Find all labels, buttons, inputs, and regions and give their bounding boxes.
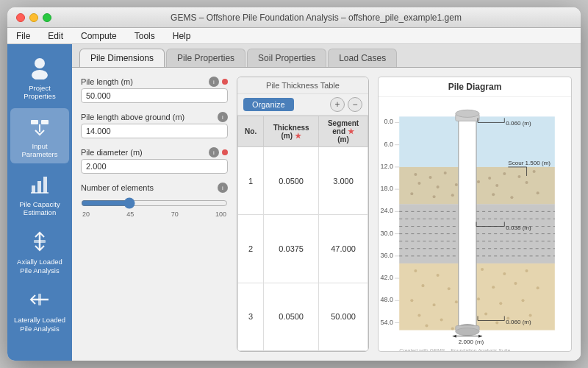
svg-rect-9 bbox=[38, 294, 41, 305]
svg-point-86 bbox=[529, 314, 532, 316]
diagram-title: Pile Diagram bbox=[379, 77, 571, 97]
pile-diameter-row: Pile diameter (m) i bbox=[81, 147, 228, 174]
svg-rect-5 bbox=[37, 181, 41, 193]
svg-point-43 bbox=[455, 183, 458, 186]
svg-text:0.0: 0.0 bbox=[384, 118, 394, 125]
table-row[interactable]: 3 0.0500 50.000 bbox=[238, 283, 368, 350]
pile-diameter-info[interactable]: i bbox=[209, 147, 219, 158]
sidebar-label-laterally-loaded: Laterally Loaded Pile Analysis bbox=[13, 316, 66, 333]
person-icon bbox=[26, 54, 53, 81]
cell-no-2: 2 bbox=[238, 215, 264, 283]
tab-bar: Pile Dimensions Pile Properties Soil Pro… bbox=[72, 44, 581, 67]
menu-file[interactable]: File bbox=[13, 29, 33, 43]
cell-thickness-1: 0.0500 bbox=[264, 147, 319, 215]
col-no: No. bbox=[238, 116, 264, 147]
close-button[interactable] bbox=[16, 13, 25, 22]
tick-20: 20 bbox=[82, 210, 90, 218]
chart-icon bbox=[26, 171, 53, 197]
menu-edit[interactable]: Edit bbox=[45, 29, 66, 43]
tab-pile-properties[interactable]: Pile Properties bbox=[166, 49, 245, 67]
cell-thickness-3: 0.0500 bbox=[264, 283, 319, 350]
sidebar-item-pile-capacity[interactable]: Pile Capacity Estimation bbox=[10, 166, 69, 222]
pile-length-above-info[interactable]: i bbox=[218, 112, 228, 122]
table-row[interactable]: 1 0.0500 3.000 bbox=[238, 147, 368, 215]
svg-point-72 bbox=[492, 286, 495, 289]
pile-diagram-svg: 0.0 6.0 12.0 18.0 24.0 30.0 36.0 42.0 48… bbox=[379, 97, 571, 351]
traffic-lights bbox=[16, 13, 51, 22]
svg-point-44 bbox=[477, 180, 480, 183]
pile-length-above-row: Pile length above ground (m) i bbox=[81, 112, 228, 138]
svg-point-46 bbox=[526, 181, 528, 184]
num-elements-label: Number of elements bbox=[81, 183, 215, 192]
svg-point-76 bbox=[433, 303, 436, 306]
svg-point-70 bbox=[448, 287, 451, 290]
pile-length-label-row: Pile length (m) i bbox=[81, 77, 228, 87]
sidebar-item-project-properties[interactable]: Project Properties bbox=[10, 50, 69, 105]
svg-text:0.038 (m): 0.038 (m) bbox=[506, 224, 531, 231]
svg-rect-31 bbox=[399, 167, 555, 204]
cell-no-3: 3 bbox=[238, 283, 264, 350]
num-elements-info[interactable]: i bbox=[218, 183, 228, 193]
tab-load-cases[interactable]: Load Cases bbox=[328, 49, 397, 67]
num-elements-slider[interactable] bbox=[81, 197, 228, 209]
table-remove-button[interactable]: − bbox=[348, 97, 362, 112]
svg-rect-8 bbox=[34, 240, 46, 243]
tab-pile-dimensions[interactable]: Pile Dimensions bbox=[79, 49, 165, 67]
svg-point-53 bbox=[537, 191, 539, 194]
sidebar-item-laterally-loaded[interactable]: Laterally Loaded Pile Analysis bbox=[10, 282, 69, 337]
pile-length-info[interactable]: i bbox=[209, 77, 219, 87]
pile-length-above-input[interactable] bbox=[81, 124, 228, 138]
slider-ticks: 20 45 70 100 bbox=[81, 210, 228, 218]
axial-icon bbox=[26, 228, 53, 255]
svg-rect-2 bbox=[31, 120, 38, 124]
minimize-button[interactable] bbox=[29, 13, 38, 22]
tab-soil-properties[interactable]: Soil Properties bbox=[247, 49, 326, 67]
pile-length-above-label-row: Pile length above ground (m) i bbox=[81, 112, 228, 122]
num-elements-container: Number of elements i 20 45 70 100 bbox=[81, 183, 228, 218]
svg-point-39 bbox=[517, 175, 520, 178]
menu-tools[interactable]: Tools bbox=[132, 29, 158, 43]
sidebar-label-input-parameters: Input Parameters bbox=[13, 142, 66, 159]
svg-text:48.0: 48.0 bbox=[381, 296, 394, 303]
menu-compute[interactable]: Compute bbox=[78, 29, 120, 43]
svg-rect-4 bbox=[32, 185, 35, 193]
svg-text:Scour 1.500 (m): Scour 1.500 (m) bbox=[508, 160, 551, 166]
svg-text:30.0: 30.0 bbox=[381, 230, 394, 237]
slider-track bbox=[81, 197, 228, 209]
input-icon bbox=[26, 113, 53, 139]
table-row[interactable]: 2 0.0375 47.000 bbox=[238, 215, 368, 283]
svg-text:42.0: 42.0 bbox=[381, 274, 394, 281]
pile-length-above-label: Pile length above ground (m) bbox=[81, 113, 215, 121]
svg-point-73 bbox=[514, 282, 517, 285]
table-header-row: No. Thickness(m) ★ Segmentend ★(m) bbox=[238, 116, 368, 147]
cell-segment-3: 50.000 bbox=[319, 283, 368, 350]
pile-length-input[interactable] bbox=[81, 88, 228, 103]
menu-help[interactable]: Help bbox=[170, 29, 194, 43]
sidebar: Project Properties Input Parameters bbox=[7, 44, 72, 361]
pile-length-label: Pile length (m) bbox=[81, 77, 206, 86]
sidebar-item-axially-loaded[interactable]: Axially Loaded Pile Analysis bbox=[10, 224, 69, 279]
svg-point-40 bbox=[533, 170, 536, 173]
pile-length-required bbox=[222, 79, 228, 85]
svg-point-33 bbox=[429, 176, 432, 179]
sidebar-label-axially-loaded: Axially Loaded Pile Analysis bbox=[13, 258, 66, 275]
svg-point-74 bbox=[537, 286, 539, 289]
svg-point-82 bbox=[440, 318, 443, 321]
maximize-button[interactable] bbox=[43, 13, 51, 22]
window-title: GEMS – Offshore Pile Foundation Analysis… bbox=[60, 13, 572, 23]
svg-point-81 bbox=[417, 314, 420, 316]
svg-rect-93 bbox=[459, 116, 476, 328]
pile-diameter-input[interactable] bbox=[81, 159, 228, 174]
tick-45: 45 bbox=[126, 210, 134, 218]
pile-diameter-label: Pile diameter (m) bbox=[81, 148, 206, 157]
svg-point-90 bbox=[495, 322, 498, 325]
organize-button[interactable]: Organize bbox=[243, 98, 294, 111]
lateral-icon bbox=[26, 286, 53, 313]
sidebar-item-input-parameters[interactable]: Input Parameters bbox=[10, 108, 69, 163]
svg-text:2.000 (m): 2.000 (m) bbox=[459, 339, 484, 345]
svg-point-77 bbox=[455, 300, 458, 303]
table-add-button[interactable]: + bbox=[330, 97, 345, 112]
svg-text:24.0: 24.0 bbox=[381, 207, 394, 214]
svg-text:12.0: 12.0 bbox=[381, 163, 394, 170]
svg-point-49 bbox=[451, 194, 454, 197]
